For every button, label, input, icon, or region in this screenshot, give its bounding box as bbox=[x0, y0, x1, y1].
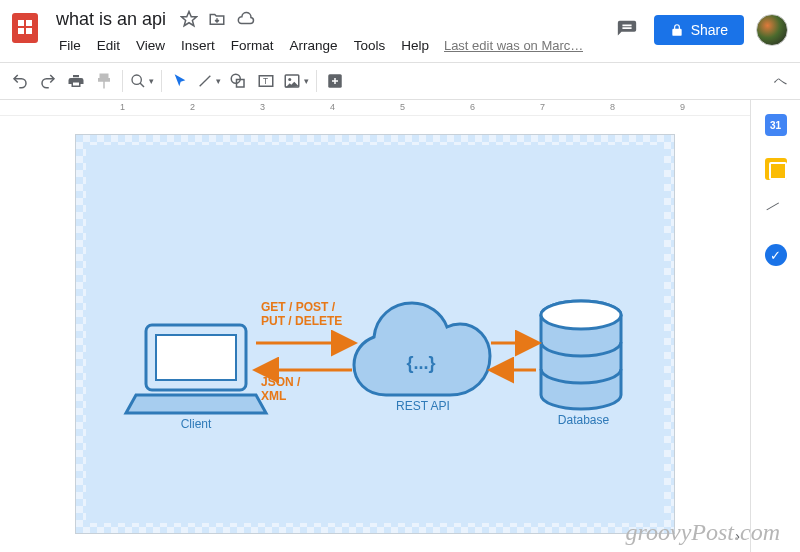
canvas-column: 1 2 3 4 5 6 7 8 9 GET / POST / PUT / DEL… bbox=[0, 100, 750, 552]
line-addon-icon[interactable] bbox=[766, 202, 786, 222]
svg-point-14 bbox=[288, 78, 291, 81]
ruler-tick: 8 bbox=[610, 102, 615, 112]
ruler-tick: 7 bbox=[540, 102, 545, 112]
diagram-svg: {...} bbox=[86, 145, 666, 525]
svg-point-21 bbox=[541, 301, 621, 329]
toolbar: T へ bbox=[0, 62, 800, 100]
rest-api-icon: {...} bbox=[354, 303, 490, 395]
calendar-addon-icon[interactable]: 31 bbox=[765, 114, 787, 136]
paint-format-button[interactable] bbox=[90, 67, 118, 95]
menubar: File Edit View Insert Format Arrange Too… bbox=[52, 34, 612, 56]
star-icon[interactable] bbox=[180, 10, 198, 28]
svg-rect-2 bbox=[26, 20, 32, 26]
menu-edit[interactable]: Edit bbox=[90, 35, 127, 56]
ruler-tick: 2 bbox=[190, 102, 195, 112]
client-label: Client bbox=[171, 417, 221, 431]
collapse-toolbar-button[interactable]: へ bbox=[766, 67, 794, 95]
title-area: what is an api File Edit View Insert For… bbox=[52, 6, 612, 56]
undo-button[interactable] bbox=[6, 67, 34, 95]
drawing-canvas[interactable]: GET / POST / PUT / DELETE JSON / XML bbox=[86, 145, 664, 523]
move-icon[interactable] bbox=[208, 10, 226, 28]
zoom-dropdown[interactable] bbox=[127, 67, 157, 95]
svg-line-8 bbox=[200, 76, 211, 87]
line-tool[interactable] bbox=[194, 67, 224, 95]
horizontal-ruler[interactable]: 1 2 3 4 5 6 7 8 9 bbox=[0, 100, 750, 116]
insert-comment-button[interactable] bbox=[321, 67, 349, 95]
database-label: Database bbox=[551, 413, 616, 427]
ruler-tick: 5 bbox=[400, 102, 405, 112]
cloud-status-icon[interactable] bbox=[236, 10, 256, 28]
menu-view[interactable]: View bbox=[129, 35, 172, 56]
keep-addon-icon[interactable] bbox=[765, 158, 787, 180]
canvas-wrap: GET / POST / PUT / DELETE JSON / XML bbox=[0, 116, 750, 552]
svg-rect-3 bbox=[18, 28, 24, 34]
svg-rect-1 bbox=[18, 20, 24, 26]
svg-rect-4 bbox=[26, 28, 32, 34]
share-button-label: Share bbox=[691, 22, 728, 38]
svg-text:T: T bbox=[263, 77, 268, 86]
menu-insert[interactable]: Insert bbox=[174, 35, 222, 56]
last-edit-link[interactable]: Last edit was on Marc… bbox=[444, 38, 583, 53]
header-actions: Share bbox=[612, 6, 792, 46]
workspace: 1 2 3 4 5 6 7 8 9 GET / POST / PUT / DEL… bbox=[0, 100, 800, 552]
ruler-tick: 6 bbox=[470, 102, 475, 112]
textbox-tool[interactable]: T bbox=[252, 67, 280, 95]
ruler-tick: 4 bbox=[330, 102, 335, 112]
comments-button[interactable] bbox=[612, 15, 642, 45]
rest-api-label: REST API bbox=[393, 399, 453, 413]
menu-format[interactable]: Format bbox=[224, 35, 281, 56]
api-glyph: {...} bbox=[406, 353, 435, 373]
lock-icon bbox=[670, 23, 684, 37]
menu-arrange[interactable]: Arrange bbox=[283, 35, 345, 56]
ruler-tick: 3 bbox=[260, 102, 265, 112]
svg-point-6 bbox=[132, 75, 141, 84]
select-tool[interactable] bbox=[166, 67, 194, 95]
account-avatar[interactable] bbox=[756, 14, 788, 46]
canvas-background[interactable]: GET / POST / PUT / DELETE JSON / XML bbox=[75, 134, 675, 534]
print-button[interactable] bbox=[62, 67, 90, 95]
image-tool[interactable] bbox=[280, 67, 312, 95]
app-header: what is an api File Edit View Insert For… bbox=[0, 0, 800, 56]
share-button[interactable]: Share bbox=[654, 15, 744, 45]
client-icon bbox=[126, 325, 266, 413]
redo-button[interactable] bbox=[34, 67, 62, 95]
document-title[interactable]: what is an api bbox=[52, 8, 170, 31]
svg-rect-0 bbox=[12, 13, 38, 43]
shape-tool[interactable] bbox=[224, 67, 252, 95]
tasks-addon-icon[interactable]: ✓ bbox=[765, 244, 787, 266]
show-side-panel-button[interactable]: › bbox=[735, 528, 740, 544]
menu-help[interactable]: Help bbox=[394, 35, 436, 56]
ruler-tick: 1 bbox=[120, 102, 125, 112]
app-logo-icon[interactable] bbox=[8, 10, 44, 46]
calendar-day: 31 bbox=[770, 120, 781, 131]
database-icon bbox=[541, 301, 621, 409]
menu-file[interactable]: File bbox=[52, 35, 88, 56]
svg-rect-19 bbox=[156, 335, 236, 380]
side-panel: 31 ✓ bbox=[750, 100, 800, 552]
svg-line-7 bbox=[140, 83, 144, 87]
menu-tools[interactable]: Tools bbox=[347, 35, 393, 56]
svg-marker-5 bbox=[182, 12, 197, 26]
ruler-tick: 9 bbox=[680, 102, 685, 112]
